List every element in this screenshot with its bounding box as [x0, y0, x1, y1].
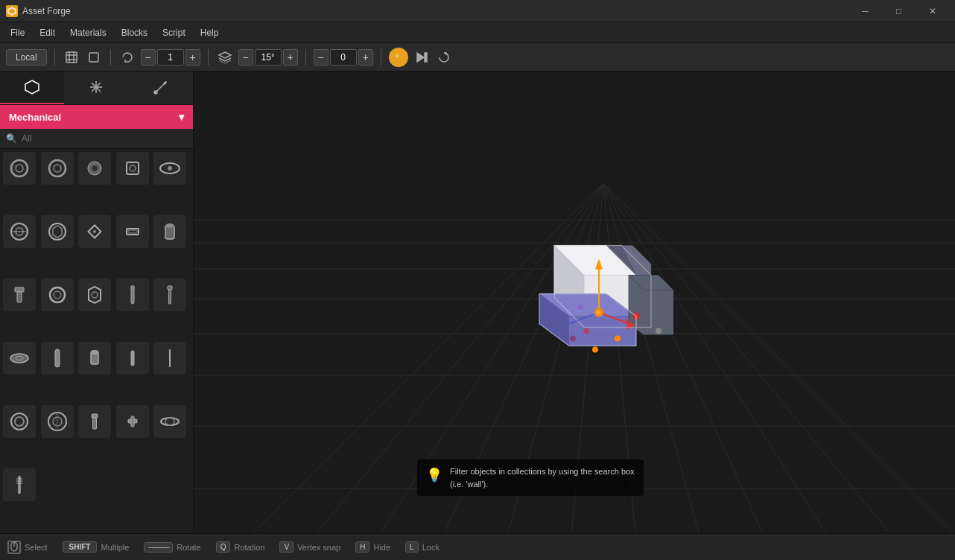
local-button[interactable]: Local	[6, 49, 47, 66]
svg-point-17	[154, 91, 157, 94]
asset-item[interactable]	[78, 342, 111, 375]
svg-point-42	[54, 291, 61, 299]
svg-point-56	[11, 413, 28, 430]
asset-item[interactable]	[3, 215, 36, 248]
menu-script[interactable]: Script	[155, 25, 193, 41]
svg-rect-48	[169, 290, 171, 304]
svg-point-66	[165, 418, 174, 425]
svg-rect-51	[55, 349, 60, 367]
asset-item[interactable]	[41, 342, 74, 375]
main-area: Mechanical ▾ 🔍	[0, 71, 955, 533]
status-select: Select	[7, 541, 48, 554]
asset-item[interactable]	[3, 279, 36, 311]
angle-stepper: − 15° +	[238, 49, 298, 66]
svg-point-25	[130, 165, 136, 171]
rotation-decrement[interactable]: −	[141, 49, 156, 66]
object-body	[539, 246, 673, 353]
rotation-increment[interactable]: +	[185, 49, 200, 66]
asset-item[interactable]	[78, 405, 111, 438]
asset-item[interactable]	[41, 405, 74, 438]
asset-item[interactable]	[78, 215, 111, 248]
hide-label: Hide	[373, 543, 390, 552]
app-title: Asset Forge	[22, 6, 848, 16]
mouse-icon	[7, 541, 21, 554]
asset-item[interactable]	[41, 279, 74, 311]
svg-point-9	[396, 54, 399, 57]
menu-file[interactable]: File	[3, 25, 32, 41]
close-button[interactable]: ✕	[916, 0, 949, 22]
asset-item[interactable]	[41, 215, 74, 248]
snap-increment[interactable]: +	[358, 49, 373, 66]
render-icon[interactable]	[389, 48, 408, 67]
search-icon: 🔍	[6, 133, 17, 144]
svg-rect-40	[17, 292, 22, 302]
asset-item[interactable]	[153, 152, 186, 185]
snap-decrement[interactable]: −	[314, 49, 329, 66]
svg-point-8	[395, 54, 402, 61]
tab-transform[interactable]	[64, 71, 128, 104]
category-header[interactable]: Mechanical ▾	[0, 105, 193, 129]
status-vertex-snap: V Vertex snap	[279, 541, 340, 553]
h-key: H	[355, 541, 369, 553]
viewport[interactable]: 💡 Filter objects in collections by using…	[194, 71, 955, 533]
search-input[interactable]	[22, 133, 187, 144]
menu-blocks[interactable]: Blocks	[114, 25, 155, 41]
svg-point-38	[165, 223, 174, 228]
svg-point-20	[49, 160, 66, 176]
asset-item[interactable]	[116, 405, 149, 438]
asset-grid	[0, 149, 193, 533]
toolbar-separator-4	[305, 49, 306, 66]
asset-item[interactable]	[78, 152, 111, 185]
3d-object	[510, 209, 681, 380]
svg-point-18	[11, 160, 28, 176]
lock-label: Lock	[422, 543, 440, 552]
svg-rect-6	[89, 53, 98, 62]
asset-item[interactable]	[116, 342, 149, 375]
multiple-label: Multiple	[101, 543, 129, 552]
asset-item[interactable]	[78, 279, 111, 311]
q-key: Q	[216, 541, 231, 553]
asset-item[interactable]	[153, 405, 186, 438]
asset-item[interactable]	[3, 468, 36, 501]
box-wireframe-icon[interactable]	[63, 48, 80, 66]
asset-item[interactable]	[116, 152, 149, 185]
asset-item[interactable]	[3, 342, 36, 375]
rotation-stepper: − 1 +	[141, 49, 200, 66]
asset-item[interactable]	[153, 215, 186, 248]
asset-item[interactable]	[3, 405, 36, 438]
svg-point-41	[50, 287, 65, 302]
refresh-icon[interactable]	[435, 48, 453, 66]
tab-blocks[interactable]	[0, 71, 64, 104]
angle-decrement[interactable]: −	[238, 49, 253, 66]
rotation-label: Rotation	[234, 543, 264, 552]
asset-item[interactable]	[153, 279, 186, 311]
menu-edit[interactable]: Edit	[32, 25, 63, 41]
toolbar-separator-1	[54, 49, 55, 66]
svg-rect-36	[128, 230, 137, 233]
box-solid-icon[interactable]	[85, 48, 103, 66]
svg-marker-43	[89, 287, 101, 303]
asset-item[interactable]	[41, 152, 74, 185]
tab-paint[interactable]	[129, 71, 193, 104]
menu-help[interactable]: Help	[193, 25, 226, 41]
status-multiple: SHIFT Multiple	[63, 541, 130, 553]
angle-increment[interactable]: +	[283, 49, 298, 66]
maximize-button[interactable]: □	[882, 0, 916, 22]
skip-icon[interactable]	[413, 48, 431, 66]
asset-item[interactable]	[116, 279, 149, 311]
svg-point-116	[583, 328, 589, 334]
status-rotate: ───── Rotate	[144, 542, 200, 553]
asset-item[interactable]	[3, 152, 36, 185]
menu-materials[interactable]: Materials	[63, 25, 114, 41]
rotate-icon[interactable]	[118, 48, 136, 66]
sidebar: Mechanical ▾ 🔍	[0, 71, 194, 533]
asset-item[interactable]	[153, 342, 186, 375]
svg-point-113	[570, 336, 576, 342]
asset-item[interactable]	[116, 215, 149, 248]
menu-bar: File Edit Materials Blocks Script Help	[0, 22, 955, 43]
layers-icon[interactable]	[216, 48, 234, 66]
toolbar-separator-2	[110, 49, 111, 66]
svg-point-23	[92, 165, 98, 171]
svg-marker-0	[8, 7, 16, 15]
minimize-button[interactable]: ─	[848, 0, 882, 22]
